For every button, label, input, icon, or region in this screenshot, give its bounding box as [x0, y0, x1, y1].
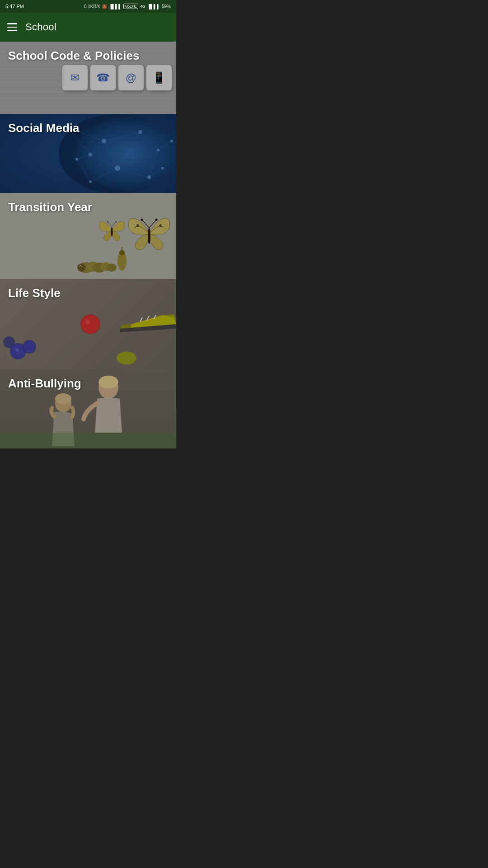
card-label-life-style: Life Style: [0, 279, 176, 307]
battery-text: 59%: [162, 4, 171, 9]
status-time: 5:47 PM: [5, 4, 24, 9]
card-label-anti-bullying: Anti-Bullying: [0, 369, 176, 398]
card-life-style[interactable]: Life Style: [0, 279, 176, 369]
card-school-code-policies[interactable]: ✉ ☎ @ 📱 School Code & Policies: [0, 42, 176, 114]
card-transition-year[interactable]: Transition Year: [0, 193, 176, 279]
lte-icon: 4G: [140, 4, 145, 9]
bell-icon: 🔕: [102, 4, 107, 9]
card-social-media[interactable]: Social Media: [0, 114, 176, 193]
status-bar: 5:47 PM 0.1KB/s 🔕 ▐▌▌▌ VoLTE 4G ▐▌▌▌ 59%: [0, 0, 176, 13]
card-label-school-code: School Code & Policies: [0, 42, 176, 70]
hamburger-line-1: [7, 23, 17, 24]
toolbar: School: [0, 13, 176, 42]
hamburger-menu-button[interactable]: [7, 23, 17, 31]
card-label-social-media: Social Media: [0, 114, 176, 142]
signal-icon: ▐▌▌▌: [109, 4, 122, 9]
page-title: School: [25, 21, 56, 33]
network-speed: 0.1KB/s: [84, 4, 100, 9]
card-label-transition-year: Transition Year: [0, 193, 176, 222]
volte-icon: VoLTE: [123, 4, 138, 9]
hamburger-line-3: [7, 30, 17, 31]
signal2-icon: ▐▌▌▌: [147, 4, 160, 9]
card-anti-bullying[interactable]: Anti-Bullying: [0, 369, 176, 448]
hamburger-line-2: [7, 27, 17, 28]
status-icons: 0.1KB/s 🔕 ▐▌▌▌ VoLTE 4G ▐▌▌▌ 59%: [84, 4, 171, 9]
